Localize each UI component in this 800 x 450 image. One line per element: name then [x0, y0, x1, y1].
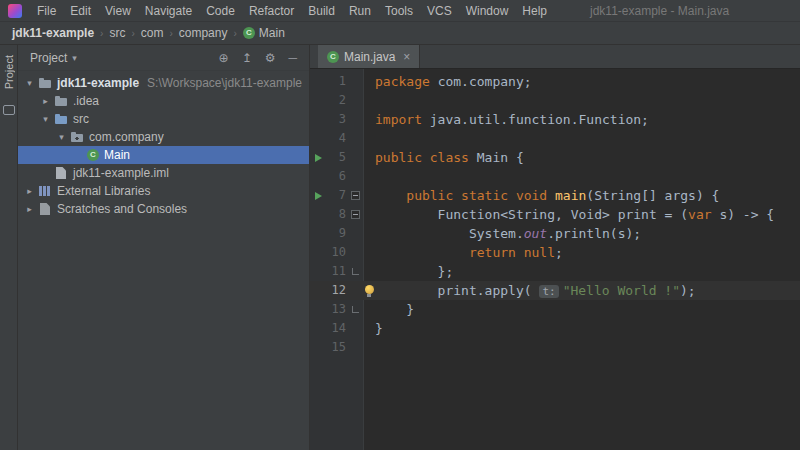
tree-item-jdk11-example[interactable]: ▾jdk11-exampleS:\Workspace\jdk11-example	[18, 74, 309, 92]
chevron-down-icon[interactable]: ▾	[24, 78, 35, 88]
intention-bulb-icon[interactable]	[365, 285, 374, 294]
line-number: 15	[326, 338, 348, 357]
gutter-icon-slot	[310, 319, 326, 338]
menu-item-refactor[interactable]: Refactor	[242, 2, 301, 20]
library-icon	[38, 184, 52, 198]
code-text: public class Main {	[363, 148, 800, 167]
fold-end-icon[interactable]	[352, 268, 359, 275]
code-line-11[interactable]: 11 };	[310, 262, 800, 281]
breadcrumb-item-company[interactable]: company	[177, 26, 230, 40]
favorites-icon[interactable]	[3, 105, 15, 115]
code-text: };	[363, 262, 800, 281]
project-panel: Project ▾ ⊕↥⚙─ ▾jdk11-exampleS:\Workspac…	[18, 45, 310, 450]
tree-item-main[interactable]: CMain	[18, 146, 309, 164]
code-line-15[interactable]: 15	[310, 338, 800, 357]
fold-collapse-icon[interactable]	[351, 210, 360, 219]
tree-item-com-company[interactable]: ▾com.company	[18, 128, 309, 146]
code-editor[interactable]: 1package com.company;23import java.util.…	[310, 69, 800, 450]
tree-item-label: External Libraries	[57, 184, 150, 198]
chevron-down-icon[interactable]: ▾	[40, 114, 51, 124]
fold-slot	[348, 205, 363, 224]
tree-item-label: com.company	[89, 130, 164, 144]
line-number: 11	[326, 262, 348, 281]
code-line-10[interactable]: 10 return null;	[310, 243, 800, 262]
code-line-2[interactable]: 2	[310, 91, 800, 110]
code-token: }	[375, 302, 414, 317]
menu-item-run[interactable]: Run	[342, 2, 378, 20]
code-line-13[interactable]: 13 }	[310, 300, 800, 319]
menu-item-window[interactable]: Window	[459, 2, 516, 20]
line-number: 7	[326, 186, 348, 205]
package-icon	[70, 130, 84, 144]
menu-item-build[interactable]: Build	[301, 2, 342, 20]
tree-item--idea[interactable]: ▸.idea	[18, 92, 309, 110]
locate-icon[interactable]: ⊕	[219, 52, 229, 64]
menu-item-view[interactable]: View	[98, 2, 138, 20]
tree-item-src[interactable]: ▾src	[18, 110, 309, 128]
code-line-4[interactable]: 4	[310, 129, 800, 148]
run-icon[interactable]	[315, 154, 322, 162]
line-number: 12	[326, 281, 348, 300]
code-token: s) -> {	[712, 207, 775, 222]
editor-lines: 1package com.company;23import java.util.…	[310, 72, 800, 357]
code-line-5[interactable]: 5public class Main {	[310, 148, 800, 167]
code-token: print.apply(	[375, 283, 539, 298]
hide-icon[interactable]: ─	[288, 52, 297, 64]
line-number: 5	[326, 148, 348, 167]
tree-item-path: S:\Workspace\jdk11-example	[147, 76, 302, 90]
code-line-3[interactable]: 3import java.util.function.Function;	[310, 110, 800, 129]
code-line-14[interactable]: 14}	[310, 319, 800, 338]
code-text: package com.company;	[363, 72, 800, 91]
fold-collapse-icon[interactable]	[351, 191, 360, 200]
tree-item-jdk11-example-iml[interactable]: jdk11-example.iml	[18, 164, 309, 182]
menu-item-edit[interactable]: Edit	[63, 2, 98, 20]
code-token: java.util.function.Function;	[430, 112, 649, 127]
project-tool-button[interactable]: Project	[3, 55, 15, 89]
settings-gear-icon[interactable]: ⚙	[265, 52, 276, 64]
breadcrumb-item-com[interactable]: com	[139, 26, 166, 40]
code-text: }	[363, 300, 800, 319]
fold-slot	[348, 110, 363, 129]
code-line-9[interactable]: 9 System.out.println(s);	[310, 224, 800, 243]
main-area: Project Project ▾ ⊕↥⚙─ ▾jdk11-exampleS:\…	[0, 45, 800, 450]
tree-item-scratches-and-consoles[interactable]: ▸Scratches and Consoles	[18, 200, 309, 218]
fold-end-icon[interactable]	[352, 306, 359, 313]
chevron-right-icon[interactable]: ▸	[24, 204, 35, 214]
code-text: Function<String, Void> print = (var s) -…	[363, 205, 800, 224]
menu-item-tools[interactable]: Tools	[378, 2, 420, 20]
chevron-down-icon[interactable]: ▾	[56, 132, 67, 142]
code-line-1[interactable]: 1package com.company;	[310, 72, 800, 91]
fold-slot	[348, 338, 363, 357]
chevron-right-icon[interactable]: ▸	[40, 96, 51, 106]
tab-main-java[interactable]: C Main.java ×	[318, 45, 420, 68]
menu-item-file[interactable]: File	[30, 2, 63, 20]
tree-item-external-libraries[interactable]: ▸External Libraries	[18, 182, 309, 200]
breadcrumb-item-jdk11-example[interactable]: jdk11-example	[10, 26, 96, 40]
close-icon[interactable]: ×	[403, 51, 410, 63]
breadcrumb: jdk11-example›src›com›company›CMain	[10, 26, 287, 40]
chevron-right-icon[interactable]: ▸	[24, 186, 35, 196]
src-folder-icon	[54, 112, 68, 126]
run-icon[interactable]	[315, 192, 322, 200]
tree-item-label: Main	[104, 148, 130, 162]
gutter-icon-slot	[310, 110, 326, 129]
menu-item-navigate[interactable]: Navigate	[138, 2, 199, 20]
code-line-12[interactable]: 12 print.apply( t:"Hello World !");	[310, 281, 800, 300]
menu-item-help[interactable]: Help	[515, 2, 554, 20]
breadcrumb-item-main[interactable]: CMain	[241, 26, 287, 40]
intellij-logo	[8, 4, 22, 18]
fold-slot	[348, 72, 363, 91]
breadcrumb-item-src[interactable]: src	[107, 26, 127, 40]
menu-item-code[interactable]: Code	[199, 2, 242, 20]
panel-title[interactable]: Project	[30, 51, 67, 65]
code-token: package	[375, 74, 438, 89]
gutter-icon-slot	[310, 72, 326, 91]
code-line-8[interactable]: 8 Function<String, Void> print = (var s)…	[310, 205, 800, 224]
collapse-all-icon[interactable]: ↥	[242, 52, 252, 64]
project-tree: ▾jdk11-exampleS:\Workspace\jdk11-example…	[18, 71, 309, 450]
menu-item-vcs[interactable]: VCS	[420, 2, 459, 20]
code-token: main	[555, 188, 586, 203]
code-line-7[interactable]: 7 public static void main(String[] args)…	[310, 186, 800, 205]
chevron-down-icon[interactable]: ▾	[72, 53, 77, 63]
code-line-6[interactable]: 6	[310, 167, 800, 186]
